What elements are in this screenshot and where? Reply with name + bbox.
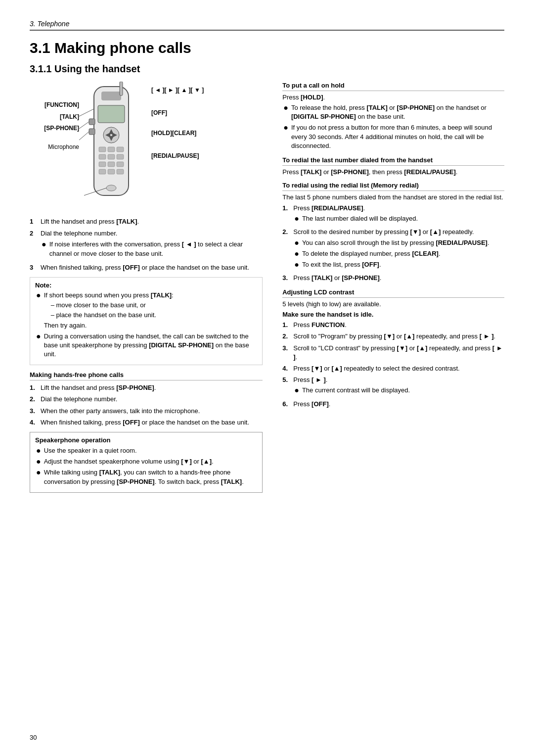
rl-step-1: 1. Press [REDIAL/PAUSE]. ● The last numb… [282, 204, 504, 225]
svg-rect-2 [98, 105, 125, 123]
hands-free-steps: 1. Lift the handset and press [SP-PHONE]… [30, 383, 263, 427]
rl-step-3: 3. Press [TALK] or [SP-PHONE]. [282, 274, 504, 283]
lcd-s5-b1: ● The current contrast will be displayed… [294, 386, 504, 395]
svg-rect-19 [117, 169, 124, 174]
svg-rect-21 [120, 82, 123, 95]
rl-step-1-bullets: ● The last number dialed will be display… [294, 214, 504, 223]
rl-s1-b1: ● The last number dialed will be display… [294, 214, 504, 223]
main-steps-list: 1 Lift the handset and press [TALK]. 2 D… [30, 217, 263, 272]
step-1: 1 Lift the handset and press [TALK]. [30, 217, 263, 226]
step-2: 2 Dial the telephone number. ● If noise … [30, 229, 263, 260]
svg-rect-15 [108, 162, 115, 167]
lcd-step-5-bullets: ● The current contrast will be displayed… [294, 386, 504, 395]
lcd-heading: Adjusting LCD contrast [282, 288, 504, 298]
step-2-num: 2 [30, 229, 37, 260]
svg-rect-1 [101, 92, 121, 100]
hf-step-2: 2. Dial the telephone number. [30, 395, 263, 404]
svg-line-26 [79, 132, 89, 140]
label-sp-phone: [SP-PHONE] [30, 125, 79, 133]
rl-step-2: 2. Scroll to the desired number by press… [282, 228, 504, 271]
label-microphone: Microphone [30, 143, 79, 151]
speakerphone-title: Speakerphone operation [35, 436, 257, 444]
note-box: Note: ● If short beeps sound when you pr… [30, 277, 263, 365]
step-3-num: 3 [30, 263, 37, 272]
lcd-step-3: 3. Scroll to "LCD contrast" by pressing … [282, 344, 504, 362]
redial-list-heading: To redial using the redial list (Memory … [282, 182, 504, 191]
svg-rect-16 [117, 162, 124, 167]
step-1-content: Lift the handset and press [TALK]. [41, 217, 263, 226]
redial-last-heading: To redial the last number dialed from th… [282, 156, 504, 166]
section-header-title: 3. Telephone [30, 20, 69, 28]
lcd-step-4: 4. Press [▼] or [▲] repeatedly to select… [282, 364, 504, 373]
rl-s2-b2: ● To delete the displayed number, press … [294, 249, 504, 258]
step-2-bullets: ● If noise interferes with the conversat… [42, 240, 263, 258]
svg-rect-14 [99, 162, 106, 167]
handset-diagram: [FUNCTION] [TALK] [SP-PHONE] Microphone [30, 82, 263, 210]
svg-rect-8 [99, 147, 106, 152]
hold-intro: Press [HOLD]. [282, 94, 504, 101]
col-left: [FUNCTION] [TALK] [SP-PHONE] Microphone [30, 82, 263, 493]
label-hold-clear: [HOLD][CLEAR] [151, 130, 204, 138]
svg-line-24 [79, 109, 94, 116]
svg-rect-12 [108, 154, 115, 159]
label-off: [OFF] [151, 109, 204, 117]
step-3: 3 When finished talking, press [OFF] or … [30, 263, 263, 272]
section-header: 3. Telephone [30, 20, 504, 31]
svg-rect-9 [108, 147, 115, 152]
rl-step-2-bullets: ● You can also scroll through the list b… [294, 238, 504, 270]
hold-bullet-2: ● If you do not press a button for more … [283, 123, 504, 150]
svg-rect-10 [117, 147, 124, 152]
svg-rect-18 [108, 169, 115, 174]
note-dash-2: place the handset on the base unit. [51, 311, 258, 320]
svg-rect-22 [89, 119, 95, 125]
lcd-step-2: 2. Scroll to "Program" by pressing [▼] o… [282, 332, 504, 341]
step-2-content: Dial the telephone number. ● If noise in… [41, 229, 263, 260]
note-bullet-2: ● During a conversation using the handse… [36, 332, 257, 359]
sp-bullet-2: ● Adjust the handset speakerphone volume… [36, 457, 257, 466]
svg-rect-17 [99, 169, 106, 174]
redial-list-intro: The last 5 phone numbers dialed from the… [282, 193, 504, 201]
rl-s2-b3: ● To exit the list, press [OFF]. [294, 260, 504, 269]
content-columns: [FUNCTION] [TALK] [SP-PHONE] Microphone [30, 82, 504, 493]
note-dash-1: move closer to the base unit, or [51, 301, 258, 310]
lcd-intro: 5 levels (high to low) are available. [282, 300, 504, 308]
hold-bullet-1: ● To release the hold, press [TALK] or [… [283, 103, 504, 121]
page-number: 30 [30, 734, 37, 741]
hands-free-heading: Making hands-free phone calls [30, 371, 263, 380]
label-talk: [TALK] [30, 113, 79, 121]
col-right: To put a call on hold Press [HOLD]. ● To… [282, 82, 504, 493]
note-title: Note: [35, 282, 257, 289]
hold-heading: To put a call on hold [282, 82, 504, 91]
rl-s2-b1: ● You can also scroll through the list b… [294, 238, 504, 247]
sp-bullet-1: ● Use the speaker in a quiet room. [36, 446, 257, 455]
step-3-content: When finished talking, press [OFF] or pl… [41, 263, 263, 272]
handset-image [79, 82, 148, 210]
svg-rect-11 [99, 154, 106, 159]
lcd-subheading: Make sure the handset is idle. [282, 311, 504, 318]
hf-step-4: 4. When finished talking, press [OFF] or… [30, 418, 263, 427]
lcd-steps: 1. Press FUNCTION. 2. Scroll to "Program… [282, 321, 504, 409]
speakerphone-bullets: ● Use the speaker in a quiet room. ● Adj… [36, 446, 257, 486]
note-dash-list: move closer to the base unit, or place t… [51, 301, 258, 320]
step-1-num: 1 [30, 217, 37, 226]
svg-rect-23 [89, 129, 95, 135]
hf-step-3: 3. When the other party answers, talk in… [30, 407, 263, 416]
handset-labels-left: [FUNCTION] [TALK] [SP-PHONE] Microphone [30, 82, 79, 151]
hf-step-1: 1. Lift the handset and press [SP-PHONE]… [30, 383, 263, 392]
hold-bullets: ● To release the hold, press [TALK] or [… [283, 103, 504, 150]
svg-line-25 [79, 122, 89, 129]
handset-svg [79, 82, 143, 210]
speakerphone-box: Speakerphone operation ● Use the speaker… [30, 432, 263, 493]
subsection-title: 3.1.1 Using the handset [30, 63, 504, 75]
label-nav-buttons: [ ◄ ][ ► ][ ▲ ][ ▼ ] [151, 87, 204, 94]
page: 3. Telephone 3.1 Making phone calls 3.1.… [0, 0, 534, 756]
redial-list-steps: 1. Press [REDIAL/PAUSE]. ● The last numb… [282, 204, 504, 283]
chapter-title: 3.1 Making phone calls [30, 40, 504, 56]
lcd-step-6: 6. Press [OFF]. [282, 400, 504, 409]
step-2-bullet-1: ● If noise interferes with the conversat… [42, 240, 263, 258]
label-redial-pause: [REDIAL/PAUSE] [151, 152, 204, 160]
handset-labels-right: [ ◄ ][ ► ][ ▲ ][ ▼ ] [OFF] [HOLD][CLEAR]… [148, 82, 204, 160]
lcd-step-1: 1. Press FUNCTION. [282, 321, 504, 330]
lcd-step-5: 5. Press [ ► ]. ● The current contrast w… [282, 376, 504, 397]
sp-bullet-3: ● While talking using [TALK], you can sw… [36, 468, 257, 486]
